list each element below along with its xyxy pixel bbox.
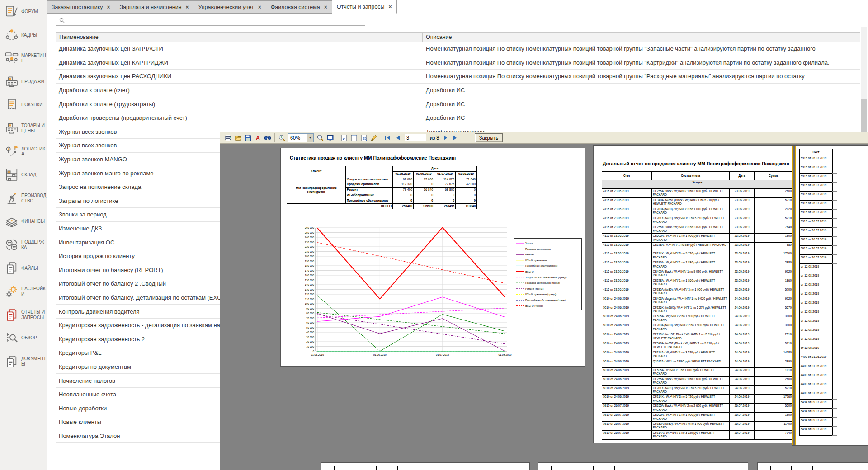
close-button[interactable]: Закрыть [475,133,503,142]
sidebar-item-register[interactable]: ПРОДАЖИ [0,70,47,94]
column-header-name[interactable]: Наименование [56,33,423,42]
tab[interactable]: Отчеты и запросы × [332,0,397,14]
sidebar-item-forum[interactable]: ФОРУМ [0,0,47,24]
page1-title: Статистика продаж по клиенту ММ Полиграф… [290,155,457,160]
list-item[interactable]: Доработки к оплате (счет) Доработки ИС [56,84,860,98]
tab-close-icon[interactable]: × [107,4,110,10]
tab-label: Отчеты и запросы [337,4,385,10]
svg-text:120 000: 120 000 [305,293,314,296]
sidebar-item-reports-red[interactable]: ОТЧЕТЫ И ЗАПРОСЫ [0,303,47,327]
sidebar-item-receipt[interactable]: ПОКУПКИ [0,93,47,117]
list-item[interactable]: Доработки проверены (предварительный сче… [56,111,860,125]
report-page-bottom-1 [321,462,530,470]
edit-icon[interactable] [369,133,379,143]
page3-account-cell: от 12.08.2019 [799,264,833,273]
page3-account-cell: 5494 от 09.07.2019 [799,409,833,418]
sidebar-item-overview[interactable]: ОБЗОР [0,326,47,350]
svg-text:ИТ-обслуживание (тренд): ИТ-обслуживание (тренд) [525,293,556,296]
svg-text:70 000: 70 000 [306,317,314,320]
doc-preview-icon[interactable] [359,133,369,143]
doc-text-icon[interactable] [339,133,349,143]
tab[interactable]: Файловая система × [266,0,332,14]
page-number-input[interactable] [405,134,426,141]
tab[interactable]: Управленческий учет × [193,0,266,14]
tab-close-icon[interactable]: × [389,4,392,10]
page3-account-cell: 5915 от 26.07.2019 [799,183,833,192]
zoom-select[interactable]: 60% ▼ [288,133,314,142]
save-icon[interactable] [243,133,253,143]
sidebar-item-support[interactable]: ПОДДЕРЖКА [0,233,47,257]
page3-account-cell: 5494 от 09.07.2019 [799,418,833,427]
robot-icon [5,191,19,206]
sidebar-item-logistics[interactable]: ЛОГИСТИКА [0,140,47,164]
zoom-dropdown-icon[interactable]: ▼ [307,134,313,142]
toolbar-separator [274,133,275,142]
sidebar-item-files[interactable]: ДОКУМЕНТЫ [0,350,47,373]
doc-columns-icon[interactable] [349,133,359,143]
zoom-in-icon[interactable] [277,133,287,143]
tab-close-icon[interactable]: × [258,4,261,10]
open-icon[interactable] [233,133,243,143]
tab[interactable]: Заказы поставщику × [47,0,115,14]
find-icon[interactable] [263,133,273,143]
files-icon [5,261,19,275]
svg-text:160 000: 160 000 [305,274,314,277]
page3-account-cell: 4409 от 31.05.2019 [799,363,833,372]
receipt-icon [5,98,19,112]
pdf-icon[interactable]: A [253,133,263,143]
sidebar-item-warehouse[interactable]: СКЛАД [0,163,47,187]
print-icon[interactable] [223,133,233,143]
page-total-label: из 8 [430,135,439,141]
sidebar-item-label: ПРОДАЖИ [21,79,47,85]
next-page-icon[interactable] [441,133,451,143]
scrollbar-thumb[interactable] [861,99,867,136]
table-cell [594,466,615,470]
tab-close-icon[interactable]: × [185,4,189,10]
sidebar-item-marketing[interactable]: МАРКЕТИНГ [0,47,47,70]
first-page-icon[interactable] [383,133,393,143]
svg-text:A: A [255,135,260,141]
svg-text:0: 0 [313,350,314,352]
table-cell [355,466,377,470]
page3-account-cell: от 12.08.2019 [799,345,833,354]
forum-icon [5,5,19,19]
search-input[interactable] [67,17,365,24]
sidebar-item-kadry[interactable]: КАДРЫ [0,24,47,47]
svg-text:ИТ-обслуживание: ИТ-обслуживание [525,259,547,262]
sidebar-item-robot[interactable]: ПРОИЗВОДСТВО [0,187,47,210]
zoom-value: 60% [288,135,307,141]
list-item[interactable]: Доработки к оплате (трудозатраты) Дорабо… [56,97,860,111]
page3-account-cell: от 12.08.2019 [799,318,833,327]
page3-account-cell: от 12.08.2019 [799,291,833,300]
list-item[interactable]: Динамика закупочных цен РАСХОДНИКИ Номен… [56,70,860,84]
list-item[interactable]: Динамика закупочных цен КАРТРИДЖИ Номенк… [56,56,860,70]
svg-text:20 000: 20 000 [306,340,314,343]
page3-account-cell: 5915 от 26.07.2019 [799,192,833,201]
sidebar-item-gears[interactable]: НАСТРОЙКИ [0,280,47,303]
files-icon [5,354,19,369]
list-scrollbar[interactable] [861,27,867,132]
last-page-icon[interactable] [451,133,461,143]
page3-account-cell: 5915 от 26.07.2019 [799,255,833,264]
list-item-description: Номенклатурная позиция По списку номенкл… [423,45,860,52]
sidebar-item-label: КАДРЫ [21,33,47,38]
fit-page-icon[interactable] [325,133,335,143]
zoom-out-icon[interactable] [315,133,325,143]
column-header-description[interactable]: Описание [423,33,860,42]
tab-close-icon[interactable]: × [324,4,327,10]
tab[interactable]: Зарплата и начисления × [115,0,194,14]
prev-page-icon[interactable] [393,133,403,143]
svg-text:Покопийное обслуживание: Покопийное обслуживание [525,264,557,267]
sidebar-item-files[interactable]: ФАЙЛЫ [0,257,47,280]
table-cell [636,466,657,470]
sidebar-item-register[interactable]: ТОВАРЫ И ЦЕНЫ [0,117,47,140]
sidebar-item-money[interactable]: ФИНАНСЫ [0,210,47,233]
list-item-name: Динамика закупочных цен КАРТРИДЖИ [56,59,423,66]
svg-text:180 000: 180 000 [305,264,314,267]
svg-text:Услуги: Услуги [525,242,533,244]
search-icon [59,18,65,23]
list-item[interactable]: Динамика закупочных цен ЗАПЧАСТИ Номенкл… [56,42,860,56]
page2-title: Детальный отчет по продажам клиенту ММ П… [603,161,790,166]
svg-text:30 000: 30 000 [306,336,314,338]
page3-account-cell: 4409 от 31.05.2019 [799,381,833,390]
